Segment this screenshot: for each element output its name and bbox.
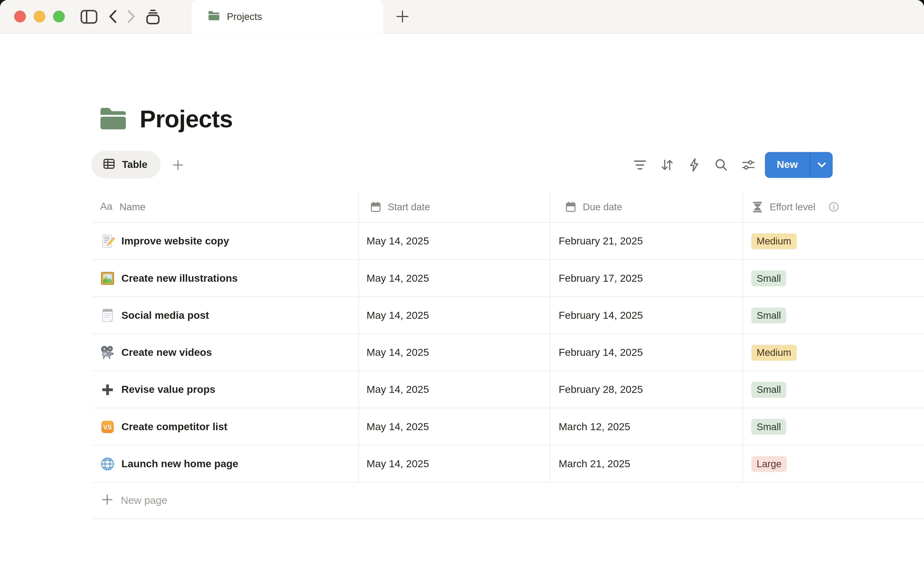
due-date-value: February 28, 2025 xyxy=(559,383,643,396)
tab-overview-icon[interactable] xyxy=(145,9,161,25)
movie-projector-icon xyxy=(100,345,115,360)
start-date-cell[interactable]: May 14, 2025 xyxy=(359,260,550,296)
page-name[interactable]: Create new illustrations xyxy=(121,272,238,284)
start-date-value: May 14, 2025 xyxy=(367,420,429,432)
column-header-start-date[interactable]: Start date xyxy=(359,192,550,222)
effort-level-cell[interactable]: Medium xyxy=(743,334,924,371)
effort-level-badge: Small xyxy=(751,270,786,286)
name-cell[interactable]: Launch new home page xyxy=(92,445,359,482)
due-date-value: March 21, 2025 xyxy=(559,457,630,470)
due-date-cell[interactable]: February 14, 2025 xyxy=(550,297,743,334)
sort-icon[interactable] xyxy=(657,155,677,175)
due-date-cell[interactable]: March 21, 2025 xyxy=(550,445,743,482)
search-icon[interactable] xyxy=(711,155,731,175)
name-cell[interactable]: VSCreate competitor list xyxy=(92,408,359,445)
name-cell[interactable]: Create new videos xyxy=(92,334,359,371)
new-page-button[interactable]: New page xyxy=(92,483,924,519)
start-date-value: May 14, 2025 xyxy=(367,235,429,247)
start-date-value: May 14, 2025 xyxy=(367,272,429,284)
close-window-button[interactable] xyxy=(14,11,26,22)
vs-badge-icon: VS xyxy=(100,419,115,434)
start-date-cell[interactable]: May 14, 2025 xyxy=(359,445,550,482)
globe-icon xyxy=(100,456,115,471)
zoom-window-button[interactable] xyxy=(53,11,65,22)
column-header-due-date[interactable]: Due date xyxy=(550,192,743,222)
due-date-value: February 17, 2025 xyxy=(559,272,643,284)
due-date-cell[interactable]: February 14, 2025 xyxy=(550,334,743,371)
effort-level-badge: Medium xyxy=(751,344,797,360)
start-date-cell[interactable]: May 14, 2025 xyxy=(359,334,550,371)
column-header-name[interactable]: AaName xyxy=(92,192,359,222)
database-toolbar-icons xyxy=(623,155,759,175)
spiral-notepad-icon xyxy=(100,308,115,322)
window-controls xyxy=(0,0,161,33)
minimize-window-button[interactable] xyxy=(34,11,46,22)
hourglass-icon xyxy=(753,201,762,213)
start-date-cell[interactable]: May 14, 2025 xyxy=(359,297,550,334)
chevron-down-icon[interactable] xyxy=(810,162,833,167)
page-title[interactable]: Projects xyxy=(140,105,232,133)
green-folder-icon[interactable] xyxy=(100,106,127,132)
due-date-value: March 12, 2025 xyxy=(559,420,630,432)
view-toolbar: Table New xyxy=(91,151,833,178)
name-cell[interactable]: Revise value props xyxy=(92,371,359,408)
table-view-icon xyxy=(103,158,115,171)
due-date-value: February 14, 2025 xyxy=(559,346,643,359)
due-date-value: February 21, 2025 xyxy=(559,235,643,247)
automation-icon[interactable] xyxy=(684,155,704,175)
page-name[interactable]: Social media post xyxy=(121,309,209,321)
page-name[interactable]: Create competitor list xyxy=(121,420,227,432)
sidebar-toggle-icon[interactable] xyxy=(80,9,98,24)
table-row: Improve website copyMay 14, 2025February… xyxy=(92,223,924,260)
effort-level-badge: Small xyxy=(751,381,786,397)
new-page-label: New page xyxy=(121,494,167,507)
new-button-label[interactable]: New xyxy=(765,159,810,171)
heavy-plus-icon xyxy=(100,382,115,397)
effort-level-badge: Large xyxy=(751,456,787,472)
effort-level-cell[interactable]: Small xyxy=(743,371,924,408)
back-icon[interactable] xyxy=(108,10,117,24)
table-row: Create new videosMay 14, 2025February 14… xyxy=(92,334,924,371)
page-name[interactable]: Launch new home page xyxy=(121,457,238,470)
page-title-row: Projects xyxy=(0,34,924,133)
new-tab-button[interactable] xyxy=(390,4,415,29)
green-folder-icon xyxy=(208,11,220,23)
start-date-cell[interactable]: May 14, 2025 xyxy=(359,408,550,445)
effort-level-cell[interactable]: Medium xyxy=(743,223,924,259)
start-date-value: May 14, 2025 xyxy=(367,309,429,321)
due-date-cell[interactable]: March 12, 2025 xyxy=(550,408,743,445)
table-row: Create new illustrationsMay 14, 2025Febr… xyxy=(92,260,924,297)
column-header-label: Due date xyxy=(583,201,622,213)
new-button[interactable]: New xyxy=(765,152,833,178)
screen: Projects Projects Table xyxy=(0,0,924,575)
notion-window: Projects Projects Table xyxy=(0,0,924,575)
info-icon[interactable] xyxy=(828,202,839,212)
column-header-label: Name xyxy=(120,201,146,213)
column-header-effort-level[interactable]: Effort level xyxy=(743,192,924,222)
effort-level-cell[interactable]: Small xyxy=(743,408,924,445)
settings-sliders-icon[interactable] xyxy=(738,155,759,175)
filter-icon[interactable] xyxy=(630,155,650,175)
due-date-cell[interactable]: February 17, 2025 xyxy=(550,260,743,296)
effort-level-cell[interactable]: Small xyxy=(743,260,924,296)
table-row: Launch new home pageMay 14, 2025March 21… xyxy=(92,445,924,482)
page-name[interactable]: Revise value props xyxy=(121,383,215,396)
page-name[interactable]: Create new videos xyxy=(121,346,212,359)
start-date-cell[interactable]: May 14, 2025 xyxy=(359,223,550,259)
calendar-icon xyxy=(566,202,576,212)
add-view-icon[interactable] xyxy=(169,155,187,174)
forward-icon[interactable] xyxy=(127,10,136,24)
name-cell[interactable]: Create new illustrations xyxy=(92,260,359,296)
start-date-cell[interactable]: May 14, 2025 xyxy=(359,371,550,408)
view-tab-table[interactable]: Table xyxy=(91,151,160,178)
name-cell[interactable]: Improve website copy xyxy=(92,223,359,259)
page-name[interactable]: Improve website copy xyxy=(121,235,229,247)
name-cell[interactable]: Social media post xyxy=(92,297,359,334)
due-date-cell[interactable]: February 21, 2025 xyxy=(550,223,743,259)
due-date-cell[interactable]: February 28, 2025 xyxy=(550,371,743,408)
svg-text:VS: VS xyxy=(103,423,112,430)
effort-level-cell[interactable]: Large xyxy=(743,445,924,482)
tab-projects[interactable]: Projects xyxy=(192,0,383,34)
table-row: Social media postMay 14, 2025February 14… xyxy=(92,297,924,334)
effort-level-cell[interactable]: Small xyxy=(743,297,924,334)
